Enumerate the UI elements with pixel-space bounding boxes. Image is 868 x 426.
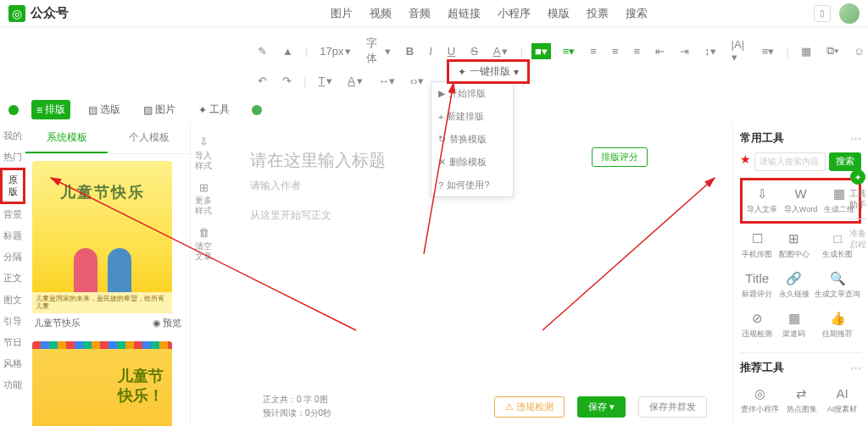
tool-tools2-1[interactable]: ⇄热点图集	[782, 382, 821, 419]
tool-tools-rest-4[interactable]: 🔗永久链接	[777, 267, 812, 304]
category-5[interactable]: 分隔	[0, 246, 25, 268]
list-icon[interactable]: ≡▾	[759, 43, 778, 59]
import-style-tool[interactable]: ⇩导入样式	[191, 130, 216, 176]
tool-search-input[interactable]: 请输入搜索内容	[754, 152, 826, 171]
emoji-icon[interactable]: ☺	[850, 43, 868, 59]
spacing-icon[interactable]: ↔▾	[375, 73, 398, 89]
align-justify-icon[interactable]: ≡	[631, 43, 644, 59]
italic-icon[interactable]: I	[426, 43, 436, 59]
nav-miniprogram[interactable]: 小程序	[498, 6, 531, 21]
font-size-select[interactable]: 17px ▾	[316, 43, 354, 59]
table-icon[interactable]: ▦	[798, 43, 815, 59]
strike-icon[interactable]: S	[467, 43, 481, 59]
indent-right-icon[interactable]: ⇥	[676, 43, 693, 59]
tool-tools2-0[interactable]: ◎壹伴小程序	[740, 382, 780, 419]
tool-tools-rest-5[interactable]: 🔍生成文章查询	[814, 267, 861, 304]
assistant-button[interactable]: ✦	[850, 169, 865, 185]
nav-link[interactable]: 超链接	[448, 6, 481, 21]
tool-search-button[interactable]: 搜索	[829, 152, 861, 171]
more-styles-tool[interactable]: ⊞更多样式	[191, 176, 216, 222]
template-tabs: 系统模板 个人模板	[25, 124, 190, 154]
category-9[interactable]: 节日	[0, 332, 25, 353]
nav-template[interactable]: 模版	[548, 6, 570, 21]
font-color-icon[interactable]: A▾	[490, 43, 512, 59]
letter-spacing-icon[interactable]: |A|▾	[728, 36, 750, 65]
underline-icon[interactable]: U	[444, 43, 459, 59]
right-panel-title: 常用工具⋯	[740, 130, 861, 146]
user-avatar[interactable]	[839, 3, 860, 24]
tool-tools-rest-0[interactable]: ☐手机传图	[740, 227, 775, 264]
category-10[interactable]: 风格	[0, 353, 25, 374]
subnav-layout[interactable]: ≡排版	[31, 100, 70, 119]
tool-bucket-icon[interactable]: ▲	[279, 43, 297, 59]
indent-left-icon[interactable]: ⇤	[652, 43, 668, 59]
more-icon[interactable]: ⋯	[850, 132, 861, 145]
ready-label: 准备启程	[849, 228, 866, 250]
body-input[interactable]: 从这里开始写正文	[250, 208, 698, 223]
phone-icon[interactable]: ▯	[814, 5, 831, 22]
nav-search[interactable]: 搜索	[626, 6, 648, 21]
tab-system-templates[interactable]: 系统模板	[25, 124, 108, 153]
save-button[interactable]: 保存 ▾	[577, 396, 626, 418]
tool-label: 生成文章查询	[815, 290, 860, 298]
subnav-select[interactable]: ▤选版	[83, 100, 125, 119]
format-paint-icon[interactable]: A▾	[344, 73, 366, 89]
category-3[interactable]: 背景	[0, 204, 25, 225]
dropdown-start[interactable]: ▶开始排版	[431, 82, 513, 105]
tool-tools-rest-8[interactable]: 👍往期推荐	[814, 307, 861, 344]
dropdown-new[interactable]: +新建排版	[431, 105, 513, 128]
tool-tools-rest-3[interactable]: Title标题评分	[740, 267, 775, 304]
category-0[interactable]: 我的	[0, 125, 25, 147]
more-icon[interactable]: ⋯	[850, 362, 861, 374]
subnav-tools[interactable]: ✦工具	[193, 100, 235, 119]
align-left-icon[interactable]: ≡▾	[559, 43, 579, 59]
category-2[interactable]: 原版	[0, 168, 25, 203]
layout-icon: ≡	[36, 104, 42, 116]
nav-audio[interactable]: 音频	[409, 6, 431, 21]
template-card-1[interactable]: 儿童节快乐 儿童是国家的未来，是民族的希望，给所有儿童 儿童节快乐 ◉预览	[32, 161, 183, 333]
redo-icon[interactable]: ↷	[279, 73, 295, 89]
tool-icon: 👍	[815, 311, 860, 325]
tab-personal-templates[interactable]: 个人模板	[108, 124, 190, 153]
align-center-icon[interactable]: ≡	[587, 43, 600, 59]
tool-tools2-2[interactable]: AIAI搜素材	[823, 382, 861, 419]
category-6[interactable]: 正文	[0, 268, 25, 289]
tool-tools-rest-6[interactable]: ⊘违规检测	[740, 307, 775, 344]
save-publish-button[interactable]: 保存并群发	[638, 396, 707, 418]
code-icon[interactable]: ⧉▾	[823, 42, 842, 59]
nav-vote[interactable]: 投票	[587, 6, 609, 21]
tool-brush-icon[interactable]: ✎	[254, 43, 270, 59]
tool-tools-rest-1[interactable]: ⊞配图中心	[777, 227, 812, 264]
font-family-select[interactable]: 字体▾	[363, 34, 393, 68]
category-11[interactable]: 功能	[0, 374, 25, 396]
preview-button[interactable]: ◉预览	[153, 317, 181, 329]
tool-tools-rest-7[interactable]: ▦渠道码	[777, 307, 812, 344]
undo-icon[interactable]: ↶	[254, 73, 270, 89]
nav-video[interactable]: 视频	[370, 6, 392, 21]
line-height-icon[interactable]: ↕▾	[701, 43, 720, 59]
tool-tools-row1-0[interactable]: ⇩导入文章	[744, 182, 780, 219]
subnav-image[interactable]: ▨图片	[138, 100, 181, 119]
tool-tools-row1-1[interactable]: W导入Word	[782, 182, 818, 219]
category-1[interactable]: 热门	[0, 147, 25, 168]
category-7[interactable]: 图文	[0, 290, 25, 311]
tool-icon: ▦	[778, 311, 811, 325]
category-8[interactable]: 引导	[0, 311, 25, 332]
violation-check-button[interactable]: ⚠ 违规检测	[494, 396, 565, 418]
category-4[interactable]: 标题	[0, 225, 25, 246]
dropdown-replace[interactable]: ↻替换模版	[431, 128, 513, 151]
clear-article-tool[interactable]: 🗑清空文章	[191, 221, 216, 267]
dropdown-help[interactable]: ?如何使用?	[431, 174, 513, 196]
nav-image[interactable]: 图片	[331, 6, 353, 21]
quote-icon[interactable]: ‹›▾	[407, 73, 427, 89]
dropdown-delete[interactable]: ✕删除模板	[431, 151, 513, 174]
one-click-layout-button[interactable]: ✦ 一键排版 ▾	[447, 59, 530, 84]
layout-score-button[interactable]: 排版评分	[592, 147, 648, 167]
bold-icon[interactable]: B	[403, 43, 417, 59]
tool-label: 壹伴小程序	[741, 405, 779, 413]
bg-color-icon[interactable]: ■▾	[531, 43, 551, 59]
align-right-icon[interactable]: ≡	[609, 43, 622, 59]
stats-group: 正文共：0 字 0图 预计阅读：0分0秒	[263, 394, 331, 419]
clear-format-icon[interactable]: T▾	[314, 73, 336, 89]
template-card-2[interactable]: 儿童节 快乐！	[32, 341, 183, 426]
